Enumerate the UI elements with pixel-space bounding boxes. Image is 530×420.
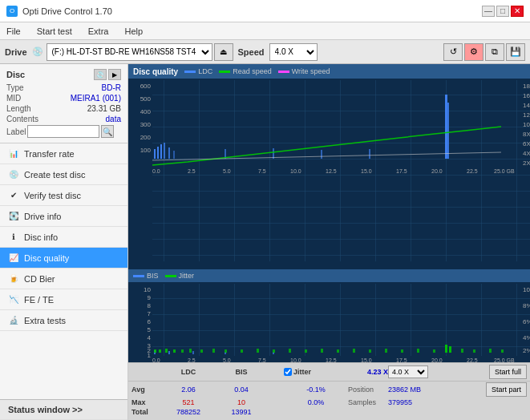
- menu-file[interactable]: File: [3, 25, 24, 38]
- svg-rect-101: [489, 349, 492, 353]
- svg-rect-98: [449, 346, 451, 353]
- legend-read-speed: Read speed: [219, 67, 272, 75]
- svg-text:600: 600: [140, 83, 152, 90]
- svg-text:2%: 2%: [523, 347, 530, 354]
- svg-text:7.5: 7.5: [258, 168, 266, 174]
- nav-create-test-disc-label: Create test disc: [24, 170, 85, 180]
- svg-text:300: 300: [140, 121, 152, 128]
- avg-bis: 0.04: [215, 386, 268, 394]
- disc-type-value: BD-R: [102, 83, 121, 92]
- close-button[interactable]: ✕: [511, 6, 524, 17]
- jitter-header-container: Jitter: [284, 368, 348, 376]
- menu-help[interactable]: Help: [121, 25, 146, 38]
- top-chart: 600 500 400 300 200 100 18X 16X 14X 12X …: [128, 79, 530, 269]
- nav-cd-bier[interactable]: 🍺 CD Bier: [0, 269, 127, 289]
- svg-rect-43: [152, 284, 530, 356]
- menu-start-test[interactable]: Start test: [34, 25, 75, 38]
- bottom-chart-title-bar: BIS Jitter: [128, 269, 530, 282]
- toolbar-icons: ↺ ⚙ ⧉ 💾: [443, 43, 525, 61]
- svg-text:100: 100: [140, 147, 152, 154]
- svg-rect-35: [173, 151, 175, 159]
- svg-text:18X: 18X: [523, 83, 530, 90]
- stats-total-row: Total 788252 13991: [128, 407, 530, 417]
- bottom-chart-svg: 10 9 8 7 6 5 4 3 2 1 10% 8% 6% 4% 2% 0.0: [128, 282, 530, 362]
- speed-select[interactable]: 4.0 X: [269, 43, 318, 61]
- svg-rect-34: [168, 147, 170, 159]
- disc-length-value: 23.31 GB: [87, 104, 121, 113]
- disc-label-button[interactable]: 🔍: [101, 125, 114, 138]
- svg-rect-39: [369, 149, 370, 159]
- start-full-button[interactable]: Start full: [489, 365, 527, 379]
- nav-transfer-rate[interactable]: 📊 Transfer rate: [0, 143, 127, 164]
- svg-text:6: 6: [148, 318, 152, 325]
- svg-text:20.0: 20.0: [431, 357, 443, 362]
- copy-button[interactable]: ⧉: [485, 43, 504, 61]
- svg-text:5.0: 5.0: [223, 168, 231, 174]
- svg-rect-100: [473, 349, 475, 353]
- drive-select[interactable]: (F:) HL-DT-ST BD-RE WH16NS58 TST4: [47, 43, 212, 61]
- svg-rect-30: [154, 149, 156, 159]
- svg-rect-88: [305, 349, 307, 353]
- disc-section-title: Disc: [6, 70, 25, 79]
- svg-rect-102: [501, 349, 504, 353]
- speed-target-select[interactable]: 4.0 X: [388, 365, 428, 378]
- nav-disc-quality[interactable]: 📈 Disc quality: [0, 248, 127, 269]
- nav-disc-info[interactable]: ℹ Disc info: [0, 227, 127, 248]
- window-controls[interactable]: — □ ✕: [482, 6, 524, 17]
- svg-rect-80: [189, 349, 192, 353]
- jitter-color: [165, 275, 176, 277]
- svg-text:10%: 10%: [523, 286, 530, 293]
- avg-jitter: -0.1%: [284, 386, 348, 394]
- maximize-button[interactable]: □: [496, 6, 509, 17]
- jitter-checkbox[interactable]: [284, 368, 292, 376]
- refresh-button[interactable]: ↺: [443, 43, 463, 61]
- svg-rect-75: [154, 349, 156, 353]
- svg-rect-38: [321, 150, 322, 159]
- svg-text:4X: 4X: [523, 150, 530, 157]
- nav-drive-info[interactable]: 💽 Drive info: [0, 206, 127, 227]
- svg-text:25.0 GB: 25.0 GB: [494, 357, 515, 362]
- disc-type-row: Type BD-R: [6, 83, 121, 92]
- max-ldc: 521: [162, 398, 215, 406]
- svg-rect-41: [447, 103, 449, 159]
- position-value: 23862 MB: [388, 386, 444, 394]
- disc-icon-1[interactable]: 💿: [94, 69, 107, 80]
- disc-contents-label: Contents: [6, 115, 38, 123]
- drive-label: Drive: [5, 47, 27, 57]
- svg-rect-72: [192, 351, 194, 354]
- svg-rect-82: [212, 349, 215, 353]
- transfer-rate-icon: 📊: [8, 148, 19, 160]
- eject-button[interactable]: ⏏: [214, 43, 233, 61]
- svg-text:6%: 6%: [523, 318, 530, 325]
- menu-extra[interactable]: Extra: [85, 25, 112, 38]
- nav-fe-te[interactable]: 📉 FE / TE: [0, 289, 127, 310]
- save-button[interactable]: 💾: [506, 43, 525, 61]
- nav-status-window[interactable]: Status window >>: [0, 399, 127, 420]
- svg-text:8: 8: [148, 302, 152, 309]
- max-label: Max: [131, 398, 162, 406]
- minimize-button[interactable]: —: [482, 6, 495, 17]
- svg-text:12.5: 12.5: [326, 357, 337, 362]
- svg-text:15.0: 15.0: [361, 168, 372, 174]
- settings-button[interactable]: ⚙: [464, 43, 483, 61]
- svg-text:25.0 GB: 25.0 GB: [494, 168, 515, 174]
- status-window-label: Status window >>: [8, 405, 83, 414]
- svg-text:7: 7: [148, 310, 152, 317]
- svg-text:6X: 6X: [523, 140, 530, 147]
- nav-create-test-disc[interactable]: 💿 Create test disc: [0, 164, 127, 185]
- svg-text:2X: 2X: [523, 160, 530, 167]
- legend-ldc-label: LDC: [198, 67, 212, 75]
- svg-text:17.5: 17.5: [396, 168, 407, 174]
- svg-text:22.5: 22.5: [467, 357, 478, 362]
- svg-rect-89: [321, 349, 323, 353]
- samples-label: Samples: [348, 398, 388, 406]
- disc-label-input[interactable]: [27, 125, 99, 138]
- nav-extra-tests[interactable]: 🔬 Extra tests: [0, 310, 127, 331]
- disc-icon-2[interactable]: ▶: [108, 69, 121, 80]
- svg-text:5.0: 5.0: [223, 357, 231, 362]
- nav-verify-test-disc[interactable]: ✔ Verify test disc: [0, 185, 127, 206]
- disc-label-label: Label: [6, 127, 26, 136]
- svg-rect-99: [461, 349, 463, 353]
- start-part-button[interactable]: Start part: [486, 382, 527, 397]
- svg-text:4: 4: [148, 334, 152, 341]
